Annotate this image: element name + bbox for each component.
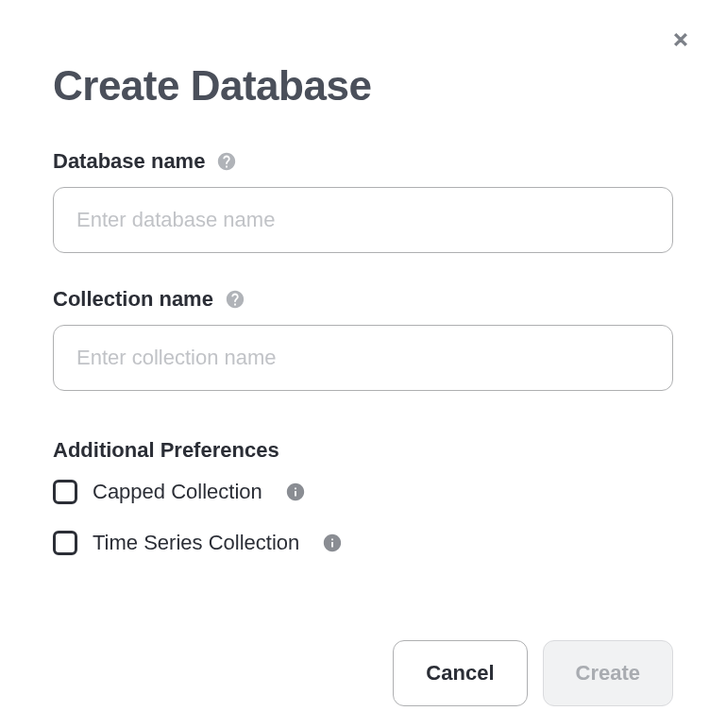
timeseries-collection-row: Time Series Collection bbox=[53, 531, 673, 555]
capped-collection-checkbox[interactable] bbox=[53, 480, 77, 504]
collection-name-label-row: Collection name bbox=[53, 287, 673, 312]
collection-name-label: Collection name bbox=[53, 287, 213, 312]
close-button[interactable] bbox=[669, 30, 692, 53]
timeseries-collection-checkbox[interactable] bbox=[53, 531, 77, 555]
database-name-label-row: Database name bbox=[53, 149, 673, 174]
database-name-field-group: Database name bbox=[53, 149, 673, 253]
database-name-label: Database name bbox=[53, 149, 205, 174]
create-database-modal: Create Database Database name Collection… bbox=[0, 0, 726, 728]
info-icon[interactable] bbox=[285, 482, 306, 502]
capped-collection-label: Capped Collection bbox=[93, 480, 262, 504]
close-icon bbox=[671, 30, 690, 53]
help-icon[interactable] bbox=[225, 289, 245, 310]
info-icon[interactable] bbox=[322, 533, 343, 553]
database-name-input[interactable] bbox=[53, 187, 673, 253]
button-row: Cancel Create bbox=[53, 640, 673, 706]
collection-name-input[interactable] bbox=[53, 325, 673, 391]
modal-title: Create Database bbox=[53, 62, 673, 110]
cancel-button[interactable]: Cancel bbox=[393, 640, 527, 706]
help-icon[interactable] bbox=[216, 151, 237, 172]
additional-preferences-header: Additional Preferences bbox=[53, 438, 673, 463]
create-button[interactable]: Create bbox=[543, 640, 673, 706]
timeseries-collection-label: Time Series Collection bbox=[93, 531, 299, 555]
collection-name-field-group: Collection name bbox=[53, 287, 673, 391]
capped-collection-row: Capped Collection bbox=[53, 480, 673, 504]
